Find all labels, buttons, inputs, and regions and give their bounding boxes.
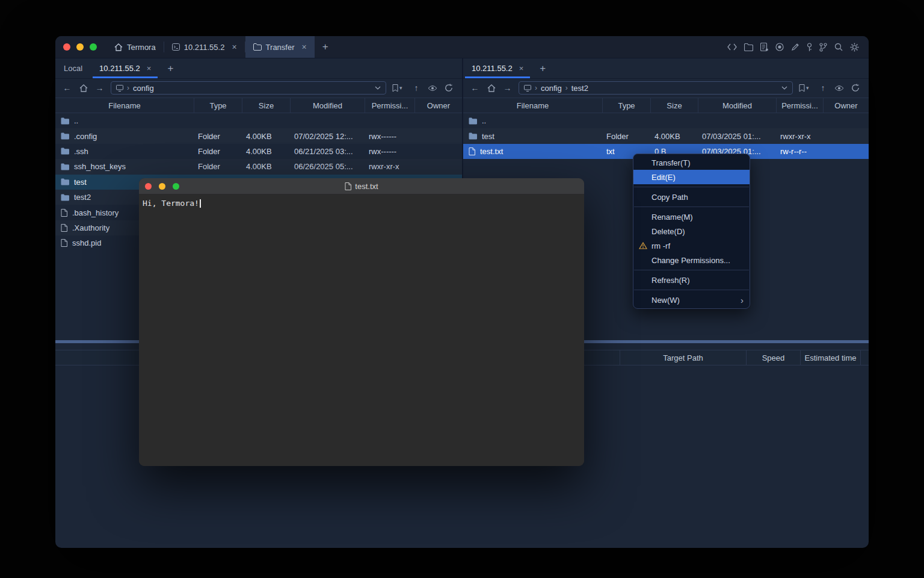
- bookmark-button[interactable]: ▾: [799, 84, 809, 92]
- menu-item-copy-path[interactable]: Copy Path: [633, 190, 750, 204]
- menu-item-delete[interactable]: Delete(D): [633, 224, 750, 238]
- column-header-owner[interactable]: Owner: [415, 98, 462, 113]
- column-header-permissions[interactable]: Permissi...: [365, 98, 415, 113]
- right-new-tab-button[interactable]: +: [532, 58, 553, 78]
- settings-icon[interactable]: [850, 43, 859, 52]
- home-button[interactable]: [483, 84, 499, 92]
- menu-item-change-permissions[interactable]: Change Permissions...: [633, 253, 750, 267]
- minimize-window-button[interactable]: [76, 43, 84, 51]
- chevron-down-icon[interactable]: [781, 86, 787, 90]
- computer-icon: [524, 85, 531, 92]
- menu-separator: [634, 187, 749, 187]
- column-header-size[interactable]: Size: [651, 98, 698, 113]
- file-size: 4.00KB: [242, 162, 291, 171]
- menu-item-rm-rf[interactable]: rm -rf: [633, 238, 750, 253]
- new-tab-button[interactable]: +: [315, 36, 336, 58]
- column-divider: [860, 350, 861, 365]
- bookmark-button[interactable]: ▾: [392, 84, 402, 92]
- close-window-button[interactable]: [145, 183, 152, 190]
- chevron-down-icon[interactable]: [375, 86, 381, 90]
- column-header-permissions[interactable]: Permissi...: [777, 98, 824, 113]
- zoom-window-button[interactable]: [90, 43, 97, 51]
- column-header-estimated-time[interactable]: Estimated time: [800, 350, 860, 365]
- menu-item-transfer[interactable]: Transfer(T): [633, 155, 750, 170]
- log-icon[interactable]: [760, 43, 768, 51]
- show-hidden-button[interactable]: [425, 85, 441, 92]
- column-header-target-path[interactable]: Target Path: [620, 350, 746, 365]
- branch-icon[interactable]: [819, 43, 827, 52]
- key-icon[interactable]: [807, 43, 812, 52]
- column-header-modified[interactable]: Modified: [291, 98, 365, 113]
- file-modified: 06/21/2025 03:...: [291, 147, 365, 156]
- computer-icon: [116, 85, 123, 92]
- right-path-field[interactable]: › config › test2: [519, 81, 793, 95]
- column-header-speed[interactable]: Speed: [746, 350, 800, 365]
- home-button[interactable]: [75, 84, 91, 92]
- file-row[interactable]: test Folder 4.00KB 07/03/2025 01:... rwx…: [463, 128, 869, 143]
- file-row[interactable]: ssh_host_keys Folder 4.00KB 06/26/2025 0…: [55, 159, 462, 174]
- parent-dir-button[interactable]: ↑: [815, 83, 831, 93]
- file-row[interactable]: ..: [463, 113, 869, 128]
- editor-titlebar[interactable]: test.txt: [139, 178, 584, 194]
- left-tab-local[interactable]: Local: [55, 58, 91, 78]
- tab-label: Local: [64, 64, 82, 73]
- close-icon[interactable]: ×: [519, 64, 524, 72]
- search-icon[interactable]: [834, 43, 843, 51]
- editor-content[interactable]: Hi, Termora!: [139, 194, 584, 466]
- folder-icon: [61, 194, 69, 201]
- tab-label: Transfer: [266, 43, 295, 52]
- code-icon[interactable]: [727, 43, 737, 51]
- folder-icon: [469, 117, 477, 125]
- tab-host-session[interactable]: 10.211.55.2 ×: [164, 36, 245, 58]
- file-row[interactable]: .ssh Folder 4.00KB 06/21/2025 03:... rwx…: [55, 144, 462, 159]
- path-segment[interactable]: test2: [571, 84, 588, 93]
- parent-dir-button[interactable]: ↑: [408, 83, 425, 93]
- menu-item-refresh[interactable]: Refresh(R): [633, 273, 750, 287]
- close-icon[interactable]: ×: [147, 64, 152, 72]
- folder-icon[interactable]: [744, 43, 753, 51]
- tab-label: 10.211.55.2: [472, 64, 513, 73]
- back-button[interactable]: ←: [467, 83, 483, 93]
- folder-icon: [61, 132, 69, 140]
- file-row[interactable]: .config Folder 4.00KB 07/02/2025 12:... …: [55, 128, 462, 143]
- back-button[interactable]: ←: [59, 83, 75, 93]
- column-header-owner[interactable]: Owner: [824, 98, 869, 113]
- column-header-filename[interactable]: Filename: [463, 98, 603, 113]
- tab-termora[interactable]: Termora: [106, 36, 164, 58]
- pencil-icon[interactable]: [791, 43, 799, 51]
- file-row[interactable]: ..: [55, 113, 462, 128]
- record-icon[interactable]: [775, 43, 784, 51]
- file-name: ..: [482, 116, 486, 125]
- menu-item-new[interactable]: New(W) ›: [633, 293, 750, 307]
- refresh-button[interactable]: [441, 84, 457, 92]
- column-header-modified[interactable]: Modified: [698, 98, 777, 113]
- desktop: Termora 10.211.55.2 × Transfer × +: [0, 0, 924, 578]
- close-window-button[interactable]: [63, 43, 70, 51]
- file-permissions: rwx------: [365, 147, 415, 156]
- left-table-header: Filename Type Size Modified Permissi... …: [55, 98, 462, 113]
- left-path-field[interactable]: › config: [111, 81, 386, 95]
- zoom-window-button[interactable]: [173, 183, 179, 190]
- minimize-window-button[interactable]: [159, 183, 165, 190]
- right-pane-tabbar: 10.211.55.2 × +: [463, 58, 869, 79]
- menu-item-edit[interactable]: Edit(E): [633, 170, 750, 184]
- menu-item-rename[interactable]: Rename(M): [633, 210, 750, 224]
- path-segment[interactable]: config: [541, 84, 562, 93]
- left-pane-tabbar: Local 10.211.55.2 × +: [55, 58, 462, 79]
- column-header-type[interactable]: Type: [194, 98, 242, 113]
- left-toolbar: ← → › config ▾ ↑: [55, 79, 462, 97]
- tab-transfer[interactable]: Transfer ×: [245, 36, 315, 58]
- close-icon[interactable]: ×: [302, 43, 307, 51]
- left-new-tab-button[interactable]: +: [159, 58, 181, 78]
- path-segment[interactable]: config: [133, 84, 154, 93]
- refresh-button[interactable]: [848, 84, 864, 92]
- show-hidden-button[interactable]: [831, 85, 848, 92]
- column-header-size[interactable]: Size: [242, 98, 291, 113]
- column-header-filename[interactable]: Filename: [55, 98, 194, 113]
- forward-button[interactable]: →: [499, 83, 516, 93]
- left-tab-remote[interactable]: 10.211.55.2 ×: [91, 58, 159, 78]
- column-header-type[interactable]: Type: [603, 98, 651, 113]
- right-tab-remote[interactable]: 10.211.55.2 ×: [463, 58, 532, 78]
- forward-button[interactable]: →: [91, 83, 108, 93]
- close-icon[interactable]: ×: [232, 43, 236, 51]
